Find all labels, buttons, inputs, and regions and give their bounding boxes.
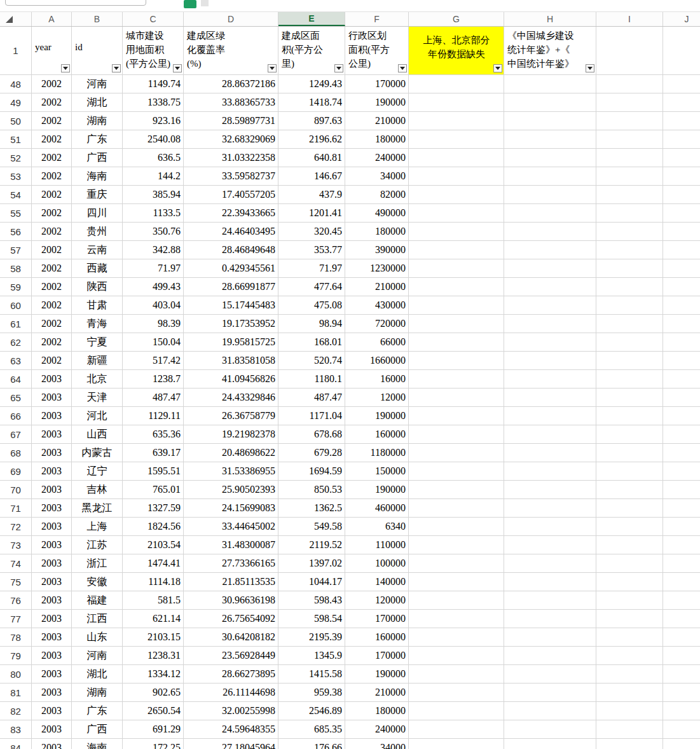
cell-F68[interactable]: 1180000 (345, 444, 409, 462)
row-header-51[interactable]: 51 (0, 130, 32, 149)
cell-G81[interactable] (409, 684, 504, 702)
column-header-J[interactable]: J (663, 12, 700, 26)
cell-G60[interactable] (409, 296, 504, 315)
cell-J83[interactable] (663, 720, 700, 739)
cell-B78[interactable]: 山东 (72, 628, 123, 647)
cell-D49[interactable]: 33.88365733 (184, 93, 278, 112)
cell-F49[interactable]: 190000 (345, 93, 409, 112)
cell-I54[interactable] (596, 186, 663, 204)
cell-C78[interactable]: 2103.15 (123, 628, 184, 647)
cell-C75[interactable]: 1114.18 (123, 573, 184, 591)
cell-J51[interactable] (663, 130, 700, 149)
row-header-65[interactable]: 65 (0, 388, 32, 407)
cell-A63[interactable]: 2002 (32, 352, 72, 370)
cell-F75[interactable]: 140000 (345, 573, 409, 591)
cell-H81[interactable] (504, 684, 596, 702)
column-header-H[interactable]: H (504, 12, 596, 26)
cell-A66[interactable]: 2003 (32, 407, 72, 425)
row-header-83[interactable]: 83 (0, 720, 32, 739)
cell-A51[interactable]: 2002 (32, 130, 72, 149)
cell-D60[interactable]: 15.17445483 (184, 296, 278, 315)
cell-A59[interactable]: 2002 (32, 278, 72, 296)
cell-D82[interactable]: 32.00255998 (184, 702, 278, 720)
cell-A60[interactable]: 2002 (32, 296, 72, 315)
column-header-D[interactable]: D (184, 12, 278, 26)
cell-C61[interactable]: 98.39 (123, 315, 184, 333)
row-header-67[interactable]: 67 (0, 425, 32, 444)
cell-J76[interactable] (663, 591, 700, 610)
cell-C65[interactable]: 487.47 (123, 388, 184, 407)
cell-I51[interactable] (596, 130, 663, 149)
cell-F63[interactable]: 1660000 (345, 352, 409, 370)
cell-F74[interactable]: 100000 (345, 554, 409, 573)
cell-H49[interactable] (504, 93, 596, 112)
cell-J79[interactable] (663, 647, 700, 665)
cell-D66[interactable]: 26.36758779 (184, 407, 278, 425)
row-header-69[interactable]: 69 (0, 462, 32, 481)
cell-E78[interactable]: 2195.39 (278, 628, 345, 647)
row-header-55[interactable]: 55 (0, 204, 32, 223)
cell-I73[interactable] (596, 536, 663, 554)
cell-C56[interactable]: 350.76 (123, 223, 184, 241)
cell-E81[interactable]: 959.38 (278, 684, 345, 702)
row-header-68[interactable]: 68 (0, 444, 32, 462)
cell-J58[interactable] (663, 259, 700, 278)
cell-J60[interactable] (663, 296, 700, 315)
cell-J62[interactable] (663, 333, 700, 352)
cell-G71[interactable] (409, 499, 504, 518)
cell-A67[interactable]: 2003 (32, 425, 72, 444)
cell-B61[interactable]: 青海 (72, 315, 123, 333)
cell-G55[interactable] (409, 204, 504, 223)
row-header-61[interactable]: 61 (0, 315, 32, 333)
cell-F53[interactable]: 34000 (345, 167, 409, 186)
cell-C79[interactable]: 1238.31 (123, 647, 184, 665)
cell-D77[interactable]: 26.75654092 (184, 610, 278, 628)
filter-dropdown-F1[interactable] (398, 64, 407, 72)
cell-I55[interactable] (596, 204, 663, 223)
cell-G65[interactable] (409, 388, 504, 407)
row-header-63[interactable]: 63 (0, 352, 32, 370)
cell-A1[interactable]: year (32, 27, 72, 75)
filter-dropdown-C1[interactable] (173, 64, 182, 72)
cell-F83[interactable]: 240000 (345, 720, 409, 739)
cell-I69[interactable] (596, 462, 663, 481)
cell-B53[interactable]: 海南 (72, 167, 123, 186)
cell-J67[interactable] (663, 425, 700, 444)
cell-H76[interactable] (504, 591, 596, 610)
cell-H63[interactable] (504, 352, 596, 370)
cell-E1[interactable]: 建成区面 积(平方公 里) (278, 27, 345, 75)
cell-I52[interactable] (596, 149, 663, 167)
cell-I84[interactable] (596, 739, 663, 749)
select-all-corner[interactable] (0, 12, 32, 26)
cell-J64[interactable] (663, 370, 700, 388)
cell-A83[interactable]: 2003 (32, 720, 72, 739)
cell-G74[interactable] (409, 554, 504, 573)
cell-H55[interactable] (504, 204, 596, 223)
row-header-74[interactable]: 74 (0, 554, 32, 573)
cell-I1[interactable] (596, 27, 663, 75)
cell-E70[interactable]: 850.53 (278, 481, 345, 499)
cell-C69[interactable]: 1595.51 (123, 462, 184, 481)
cell-G77[interactable] (409, 610, 504, 628)
cell-E71[interactable]: 1362.5 (278, 499, 345, 518)
row-header-49[interactable]: 49 (0, 93, 32, 112)
cell-J81[interactable] (663, 684, 700, 702)
cell-H69[interactable] (504, 462, 596, 481)
cell-H59[interactable] (504, 278, 596, 296)
cell-J49[interactable] (663, 93, 700, 112)
cell-F50[interactable]: 210000 (345, 112, 409, 130)
cell-H84[interactable] (504, 739, 596, 749)
row-header-53[interactable]: 53 (0, 167, 32, 186)
cell-J73[interactable] (663, 536, 700, 554)
cell-B74[interactable]: 浙江 (72, 554, 123, 573)
cell-D53[interactable]: 33.59582737 (184, 167, 278, 186)
cell-B51[interactable]: 广东 (72, 130, 123, 149)
cell-C80[interactable]: 1334.12 (123, 665, 184, 684)
cell-B69[interactable]: 辽宁 (72, 462, 123, 481)
cell-E55[interactable]: 1201.41 (278, 204, 345, 223)
cell-H51[interactable] (504, 130, 596, 149)
cell-A73[interactable]: 2003 (32, 536, 72, 554)
cell-E82[interactable]: 2546.89 (278, 702, 345, 720)
cell-B68[interactable]: 内蒙古 (72, 444, 123, 462)
cell-B82[interactable]: 广东 (72, 702, 123, 720)
